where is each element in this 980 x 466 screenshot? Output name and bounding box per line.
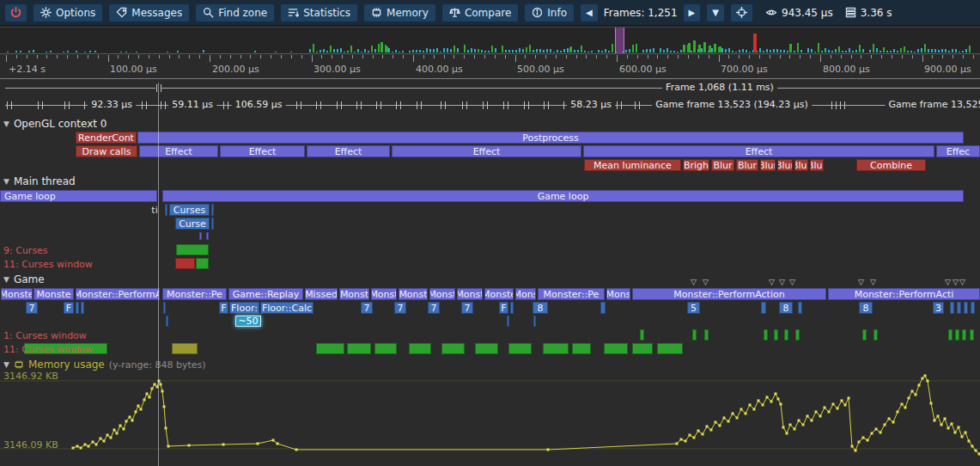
timeline-zone[interactable] [316,343,344,354]
timeline-zone[interactable] [971,302,975,314]
timeline-zone[interactable]: Floor: [229,302,259,314]
timeline-zone[interactable]: Mean luminance [584,159,681,171]
timeline-zone[interactable] [374,343,397,354]
timeline-zone[interactable]: Game loop [0,190,157,202]
timeline-zone[interactable] [81,302,84,314]
timeline-zone[interactable]: Monster::Pe [538,288,605,300]
timeline-zone[interactable] [508,343,532,354]
message-marker-icon[interactable]: ▽ [870,279,876,286]
message-marker-icon[interactable]: ▽ [703,279,709,286]
timeline-zone[interactable]: Missed [305,288,338,300]
timeline-zone[interactable] [572,343,591,354]
collapse-icon[interactable]: ▼ [3,361,9,369]
message-marker-icon[interactable]: ▽ [691,279,697,286]
timeline-zone[interactable] [163,302,166,314]
timeline-zone[interactable]: Monster::PerformActi [828,288,980,300]
timeline-zone[interactable]: RenderCont [76,132,137,144]
timeline-zone[interactable]: Combine [856,159,926,171]
timeline-zone[interactable]: 3 [933,302,944,314]
timeline-zone[interactable]: Monst [457,288,483,300]
timeline-zone[interactable] [862,329,867,340]
timeline-zone[interactable]: Draw calls [76,145,137,157]
timeline-zone[interactable]: Curses [169,204,210,216]
prev-frame-button[interactable]: ◀ [580,3,599,22]
timeline-zone[interactable]: Blur [777,159,793,171]
message-marker-icon[interactable]: ▽ [945,279,951,286]
timeline-zone[interactable]: 7 [394,302,406,314]
focus-frame-button[interactable] [730,3,753,22]
timeline-zone[interactable] [176,244,209,255]
memory-button[interactable]: Memory [363,3,436,22]
timeline-zone[interactable]: Monst [339,288,369,300]
timeline-zone[interactable]: 7 [428,302,440,314]
timeline-zone[interactable]: Mons [515,288,536,300]
timeline-zone[interactable]: Monster::PerformA [76,288,160,300]
timeline-zone[interactable]: ~50 [235,316,261,327]
timeline-zone[interactable]: 7 [461,302,473,314]
timeline-zone[interactable]: Game::Replay [228,288,303,300]
timeline-zone[interactable] [970,329,974,340]
timeline-zone[interactable] [632,343,653,354]
timeline-zone[interactable] [764,329,768,340]
timeline-zone[interactable] [761,302,766,314]
timeline-zone[interactable]: F [499,302,508,314]
timeline-zone[interactable]: Effec [936,145,980,157]
timeline-zone[interactable]: Blur [794,159,808,171]
timeline-zone[interactable] [784,329,788,340]
timeline-zone[interactable] [199,232,202,240]
collapse-icon[interactable]: ▼ [3,276,9,284]
timeline-zone[interactable] [196,258,209,269]
timeline-zone[interactable]: 8 [533,302,548,314]
timeline-zone[interactable]: 5 [687,302,700,314]
timeline-zone[interactable]: 8 [859,302,873,314]
timeline-zone[interactable] [533,316,536,327]
timeline-zone[interactable] [948,329,953,340]
timeline-zone[interactable]: Blur [711,159,734,171]
timeline-zone[interactable]: Floor::Calc [260,302,313,314]
timeline-zone[interactable] [206,232,209,240]
timeline-zone[interactable] [172,343,198,354]
timeline-zone[interactable]: Effect [307,145,390,157]
message-marker-icon[interactable]: ▽ [959,279,965,286]
timeline-zone[interactable] [475,343,498,354]
message-marker-icon[interactable]: ▽ [953,279,959,286]
timeline-zone[interactable] [211,204,214,216]
message-marker-icon[interactable]: ▽ [779,279,785,286]
timeline-zone[interactable]: Blur [736,159,758,171]
timeline-zone[interactable] [962,329,966,340]
timeline-zone[interactable]: Monst [399,288,428,300]
timeline-zone[interactable]: Effect [220,145,305,157]
timeline-zone[interactable] [507,316,509,327]
timeline-zone[interactable]: F [64,302,74,314]
timeline-zone[interactable]: Postprocess [137,132,964,144]
collapse-icon[interactable]: ▼ [3,178,9,186]
timeline-zone[interactable]: Monste [484,288,514,300]
timeline-zone[interactable] [175,258,195,269]
timeline-zone[interactable] [795,329,800,340]
timeline-zone[interactable]: Brigh [683,159,709,171]
timeline-zone[interactable] [165,204,167,216]
message-marker-icon[interactable]: ▽ [769,279,775,286]
timeline-zone[interactable] [957,302,961,314]
timeline-zone[interactable] [704,329,709,340]
timeline-zone[interactable]: Monst [371,288,397,300]
timeline-zone[interactable] [76,302,79,314]
timeline-zone[interactable] [798,302,802,314]
timeline-zone[interactable] [640,329,644,340]
timeline-zone[interactable] [692,329,697,340]
timeline-zone[interactable] [211,218,214,230]
find-zone-button[interactable]: Find zone [195,3,275,22]
timeline-zone[interactable] [873,329,878,340]
timeline-zone[interactable] [166,316,168,327]
power-button[interactable] [4,3,27,22]
timeline-zone[interactable]: 7 [361,302,373,314]
timeline-zone[interactable]: 7 [26,302,38,314]
timeline-zone[interactable]: Monster::PerformAction [632,288,826,300]
timeline-zone[interactable]: Effect [392,145,581,157]
timeline-zone[interactable]: Monste [1,288,33,300]
timeline-zone[interactable]: Curse [175,218,210,230]
statistics-button[interactable]: Statistics [280,3,358,22]
message-marker-icon[interactable]: ▽ [789,279,795,286]
info-button[interactable]: Info [524,3,575,22]
timeline-zone[interactable]: Monster::Pe [162,288,227,300]
